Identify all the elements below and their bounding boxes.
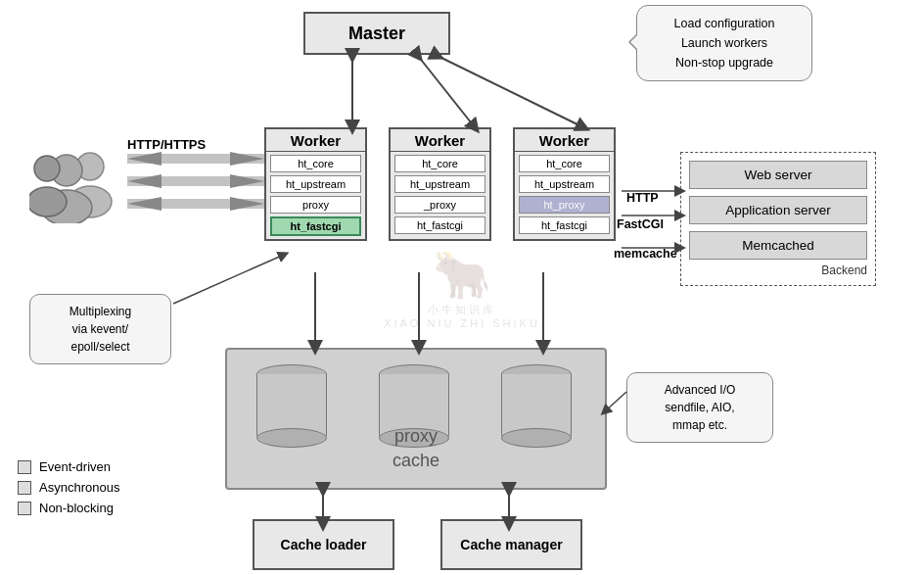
legend-text-2: Asynchronous [39, 480, 119, 495]
svg-line-26 [173, 255, 284, 304]
svg-point-4 [34, 156, 60, 181]
legend-item-2: Asynchronous [18, 480, 119, 495]
multiplex-text: Multiplexingvia kevent/epoll/select [69, 305, 131, 354]
worker-3-title: Worker [515, 129, 614, 152]
worker-3-module-1: ht_core [519, 155, 610, 172]
legend-item-1: Event-driven [18, 459, 119, 474]
svg-marker-9 [127, 152, 162, 166]
diagram-container: Master Load configuration Launch workers… [0, 0, 924, 575]
legend-text-3: Non-blocking [39, 501, 114, 515]
legend: Event-driven Asynchronous Non-blocking [18, 459, 119, 521]
worker-3-module-2: ht_upstream [519, 175, 610, 193]
svg-marker-15 [127, 197, 162, 211]
svg-line-7 [418, 56, 475, 127]
legend-square-1 [18, 460, 31, 474]
svg-line-27 [605, 392, 626, 411]
worker-2-module-1: ht_core [394, 155, 485, 172]
worker-2-module-3: _proxy [394, 196, 485, 214]
db-cylinder-3 [501, 364, 572, 448]
worker-1-module-4: ht_fastcgi [270, 216, 361, 236]
callout-top: Load configuration Launch workers Non-st… [636, 5, 812, 81]
backend-label: Backend [689, 264, 867, 277]
legend-item-3: Non-blocking [18, 501, 119, 515]
svg-marker-13 [230, 174, 264, 188]
svg-marker-16 [230, 197, 264, 211]
svg-point-5 [29, 187, 67, 216]
http-https-label: HTTP/HTTPS [127, 137, 206, 152]
callout-line3: Non-stop upgrade [675, 56, 773, 70]
worker-box-3: Worker ht_core ht_upstream ht_proxy ht_f… [513, 127, 616, 241]
worker-group: Worker ht_core ht_upstream proxy ht_fast… [264, 127, 616, 241]
worker-1-title: Worker [266, 129, 365, 152]
advanced-io-callout: Advanced I/Osendfile, AIO,mmap etc. [626, 372, 773, 443]
svg-marker-12 [127, 174, 162, 188]
worker-1-module-2: ht_upstream [270, 175, 361, 193]
db-cylinder-1 [256, 364, 327, 448]
http-protocol-label: HTTP [626, 191, 659, 205]
legend-text-1: Event-driven [39, 459, 111, 474]
cache-manager-label: Cache manager [460, 537, 562, 552]
legend-square-3 [18, 502, 31, 515]
memcache-protocol-label: memcache [614, 247, 677, 261]
worker-1-module-1: ht_core [270, 155, 361, 172]
advanced-io-text: Advanced I/Osendfile, AIO,mmap etc. [665, 383, 736, 432]
svg-marker-10 [230, 152, 264, 166]
proxy-cache-label: proxycache [393, 424, 439, 473]
worker-2-module-4: ht_fastcgi [394, 216, 485, 234]
multiplex-callout: Multiplexingvia kevent/epoll/select [29, 294, 171, 364]
backend-container: Web server Application server Memcached … [680, 152, 876, 286]
cache-loader-label: Cache loader [281, 537, 367, 552]
memcached-item: Memcached [689, 231, 867, 260]
worker-3-module-4: ht_fastcgi [519, 216, 610, 234]
master-label: Master [348, 24, 405, 44]
callout-line2: Launch workers [681, 36, 767, 50]
worker-2-module-2: ht_upstream [394, 175, 485, 193]
watermark: 🐂 小牛知识库XIAO NIU ZHI SHIKU [384, 247, 540, 328]
worker-1-module-3: proxy [270, 196, 361, 214]
web-server-item: Web server [689, 161, 867, 189]
proxy-cache-box: proxycache [225, 348, 607, 490]
master-box: Master [303, 12, 450, 55]
legend-square-2 [18, 481, 31, 495]
worker-box-2: Worker ht_core ht_upstream _proxy ht_fas… [389, 127, 491, 241]
worker-3-module-3: ht_proxy [519, 196, 610, 214]
callout-line1: Load configuration [674, 17, 775, 30]
cache-manager-box: Cache manager [440, 519, 582, 570]
worker-box-1: Worker ht_core ht_upstream proxy ht_fast… [264, 127, 367, 241]
cache-loader-box: Cache loader [253, 519, 394, 570]
worker-2-title: Worker [391, 129, 489, 152]
users-icon [29, 145, 117, 223]
svg-line-8 [438, 56, 583, 127]
app-server-item: Application server [689, 196, 867, 224]
fastcgi-protocol-label: FastCGI [617, 217, 664, 231]
